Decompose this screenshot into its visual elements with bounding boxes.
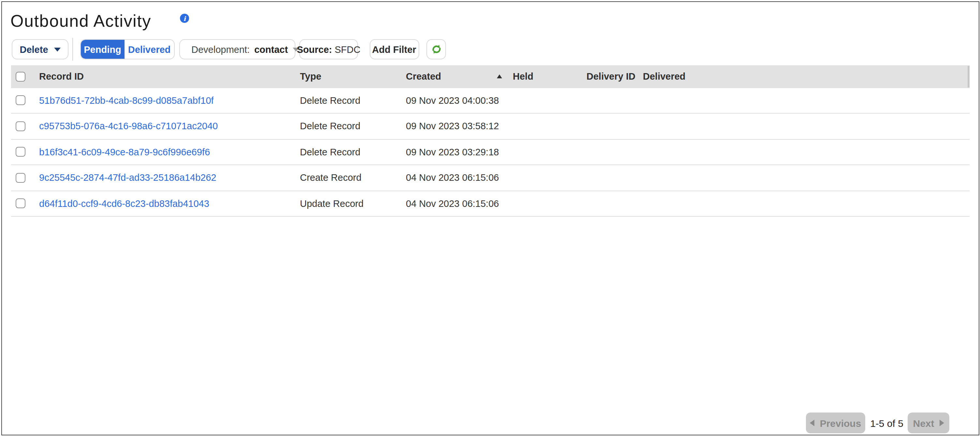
- source-filter-label: Source:: [297, 44, 332, 54]
- refresh-icon: [431, 44, 442, 55]
- column-header-held[interactable]: Held: [513, 72, 587, 82]
- delete-dropdown-button[interactable]: Delete: [12, 39, 68, 59]
- sort-ascending-icon: [496, 75, 502, 79]
- column-header-type[interactable]: Type: [300, 72, 406, 82]
- toolbar-divider: [72, 38, 73, 61]
- status-toggle: Pending Delivered: [80, 39, 175, 59]
- info-icon[interactable]: i: [180, 14, 189, 23]
- type-cell: Create Record: [300, 172, 406, 183]
- chevron-right-icon: [940, 420, 944, 426]
- row-checkbox[interactable]: [15, 121, 25, 131]
- source-filter-value: SFDC: [335, 44, 361, 54]
- column-header-record-id[interactable]: Record ID: [39, 72, 300, 82]
- toggle-pending[interactable]: Pending: [81, 40, 124, 59]
- record-id-link[interactable]: 51b76d51-72bb-4cab-8c99-d085a7abf10f: [39, 95, 213, 106]
- type-cell: Update Record: [300, 198, 406, 209]
- table-row: d64f11d0-ccf9-4cd6-8c23-db83fab41043 Upd…: [11, 191, 969, 217]
- source-filter-button[interactable]: Source: SFDC: [299, 39, 358, 59]
- created-cell: 09 Nov 2023 04:00:38: [406, 95, 513, 106]
- previous-page-button[interactable]: Previous: [806, 412, 865, 433]
- record-id-link[interactable]: d64f11d0-ccf9-4cd6-8c23-db83fab41043: [39, 198, 209, 209]
- table-row: 9c25545c-2874-47fd-ad33-25186a14b262 Cre…: [11, 165, 969, 191]
- add-filter-button[interactable]: Add Filter: [369, 39, 419, 59]
- created-cell: 09 Nov 2023 03:58:12: [406, 121, 513, 131]
- toggle-delivered[interactable]: Delivered: [124, 40, 174, 59]
- created-cell: 04 Nov 2023 06:15:06: [406, 198, 513, 209]
- column-header-delivery-id[interactable]: Delivery ID: [587, 72, 643, 82]
- page-title: Outbound Activity: [10, 11, 151, 31]
- record-id-link[interactable]: 9c25545c-2874-47fd-ad33-25186a14b262: [39, 172, 216, 183]
- table-row: 51b76d51-72bb-4cab-8c99-d085a7abf10f Del…: [11, 88, 969, 113]
- type-cell: Delete Record: [300, 121, 406, 131]
- next-page-button[interactable]: Next: [908, 412, 949, 433]
- row-checkbox[interactable]: [15, 96, 25, 105]
- row-checkbox[interactable]: [15, 173, 25, 183]
- chevron-left-icon: [810, 420, 815, 426]
- outbound-activity-page: Outbound Activity i Delete Pending Deliv…: [0, 0, 980, 436]
- type-cell: Delete Record: [300, 147, 406, 157]
- table-header-row: Record ID Type Created Held Delivery ID …: [11, 65, 969, 88]
- table-row: b16f3c41-6c09-49ce-8a79-9c6f996e69f6 Del…: [11, 139, 969, 165]
- select-all-checkbox[interactable]: [15, 72, 25, 81]
- table-row: c95753b5-076a-4c16-98a6-c71071ac2040 Del…: [11, 113, 969, 139]
- created-cell: 04 Nov 2023 06:15:06: [406, 172, 513, 183]
- delete-button-label: Delete: [19, 44, 48, 54]
- row-checkbox[interactable]: [15, 147, 25, 157]
- next-button-label: Next: [913, 417, 934, 428]
- list-filter-label: Development:: [191, 44, 250, 54]
- created-cell: 09 Nov 2023 03:29:18: [406, 147, 513, 157]
- row-checkbox[interactable]: [15, 199, 25, 209]
- column-header-created[interactable]: Created: [406, 72, 441, 82]
- caret-down-icon: [54, 47, 60, 51]
- type-cell: Delete Record: [300, 95, 406, 106]
- record-id-link[interactable]: b16f3c41-6c09-49ce-8a79-9c6f996e69f6: [39, 147, 210, 157]
- previous-button-label: Previous: [820, 417, 861, 428]
- refresh-button[interactable]: [426, 39, 446, 59]
- outbound-activity-table: Record ID Type Created Held Delivery ID …: [11, 65, 969, 217]
- list-filter-value: contact: [254, 44, 288, 54]
- column-header-delivered[interactable]: Delivered: [643, 72, 969, 82]
- list-filter-dropdown[interactable]: Development: contact: [179, 39, 295, 59]
- pagination-range: 1-5 of 5: [866, 418, 908, 429]
- record-id-link[interactable]: c95753b5-076a-4c16-98a6-c71071ac2040: [39, 121, 218, 131]
